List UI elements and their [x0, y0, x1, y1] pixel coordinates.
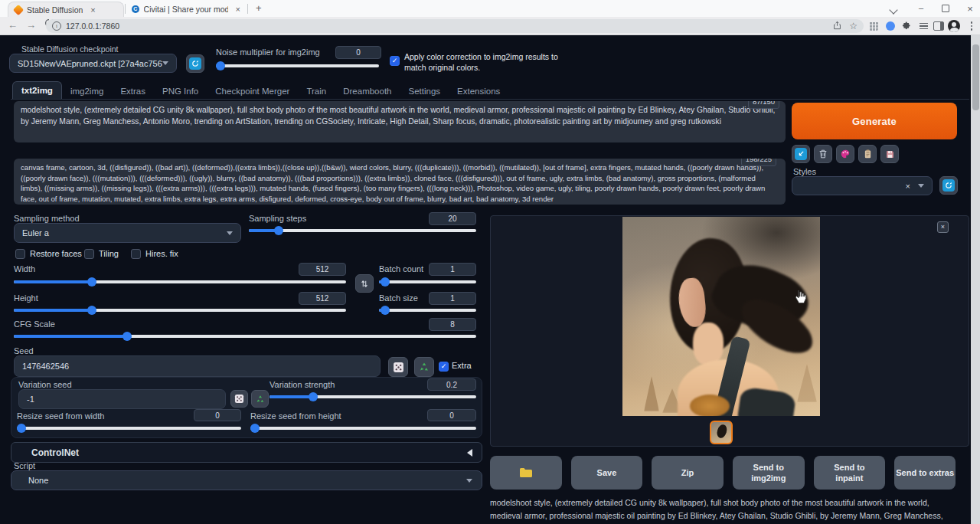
browser-tab-civitai[interactable]: C Civitai | Share your models × — [126, 2, 247, 17]
clear-styles-icon[interactable]: × — [906, 182, 910, 191]
resize-seed-width-value[interactable]: 0 — [194, 409, 241, 421]
resize-seed-height-slider[interactable] — [250, 424, 476, 433]
tab-png-info[interactable]: PNG Info — [154, 83, 207, 100]
extensions-puzzle-icon[interactable] — [900, 20, 913, 32]
cfg-scale-value[interactable]: 8 — [429, 318, 476, 331]
tab-extensions[interactable]: Extensions — [449, 83, 508, 100]
width-value[interactable]: 512 — [299, 263, 346, 276]
seed-input[interactable]: 1476462546 — [14, 355, 381, 377]
window-minimize-button[interactable]: – — [916, 3, 926, 12]
tab-divider — [247, 4, 248, 14]
send-to-inpaint-button[interactable]: Send to inpaint — [814, 456, 886, 490]
chevron-down-icon — [466, 479, 472, 483]
resize-seed-height-value[interactable]: 0 — [427, 409, 476, 421]
batch-size-slider[interactable] — [379, 306, 476, 315]
window-close-button[interactable]: × — [965, 3, 975, 15]
extra-networks-button[interactable] — [836, 145, 854, 163]
share-icon[interactable] — [833, 21, 841, 31]
url-text: 127.0.0.1:7860 — [66, 21, 119, 31]
controlnet-accordion[interactable]: ControlNet — [11, 442, 482, 463]
tab-close-icon[interactable]: × — [236, 5, 240, 14]
negative-prompt-textarea[interactable]: canvas frame, cartoon, 3d, ((disfigured)… — [14, 159, 786, 205]
variation-strength-value[interactable]: 0.2 — [427, 378, 476, 391]
window-maximize-button[interactable] — [940, 5, 951, 14]
gallery-thumbnail[interactable] — [710, 421, 733, 444]
send-to-img2img-button[interactable]: Send to img2img — [733, 456, 805, 490]
tab-dreambooth[interactable]: Dreambooth — [335, 83, 400, 100]
tiling-checkbox[interactable] — [84, 249, 94, 259]
height-slider[interactable] — [14, 306, 346, 315]
tab-train[interactable]: Train — [298, 83, 335, 100]
tab-txt2img[interactable]: txt2img — [12, 81, 62, 100]
screen: Stable Diffusion × C Civitai | Share you… — [0, 0, 980, 524]
batch-count-slider[interactable] — [379, 277, 476, 287]
zip-button[interactable]: Zip — [652, 456, 724, 490]
folder-icon — [519, 467, 533, 478]
tab-extras[interactable]: Extras — [112, 83, 154, 100]
new-tab-button[interactable]: + — [256, 2, 262, 14]
tab-img2img[interactable]: img2img — [62, 83, 112, 100]
browser-menu-dots-icon[interactable] — [965, 20, 978, 32]
variation-strength-slider[interactable] — [270, 392, 476, 401]
profile-avatar[interactable] — [948, 20, 960, 32]
sampling-method-dropdown[interactable]: Euler a — [14, 223, 241, 243]
batch-count-value[interactable]: 1 — [429, 263, 476, 276]
scrollbar-thumb[interactable] — [972, 44, 979, 110]
clear-prompt-button[interactable] — [814, 145, 832, 163]
checkpoint-refresh-button[interactable] — [186, 54, 204, 73]
extension-grid-icon[interactable] — [867, 20, 880, 32]
save-button[interactable]: Save — [571, 456, 643, 490]
noise-multiplier-value[interactable]: 0 — [335, 46, 381, 59]
recycle-icon — [419, 362, 430, 372]
variation-seed-input[interactable]: -1 — [18, 389, 226, 409]
generated-image[interactable] — [622, 217, 820, 416]
sampling-steps-slider[interactable] — [249, 226, 476, 235]
address-bar[interactable]: i 127.0.0.1:7860 ☆ — [46, 19, 864, 33]
prompt-textarea[interactable]: modelshoot style, (extremely detailed CG… — [14, 101, 786, 142]
tab-close-icon[interactable]: × — [90, 5, 95, 15]
extra-seed-checkbox[interactable]: ✓ — [439, 362, 449, 372]
open-folder-button[interactable] — [490, 456, 562, 490]
browser-forward-button[interactable]: → — [26, 19, 36, 31]
script-dropdown[interactable]: None — [11, 470, 482, 490]
sampling-steps-value[interactable]: 20 — [429, 212, 476, 225]
close-gallery-button[interactable]: × — [937, 221, 949, 233]
cfg-scale-slider[interactable] — [14, 332, 476, 341]
generate-button[interactable]: Generate — [792, 103, 957, 139]
apply-styles-button[interactable] — [858, 145, 877, 163]
color-correction-checkbox[interactable]: ✓ — [390, 56, 400, 66]
script-label: Script — [14, 461, 35, 470]
batch-size-value[interactable]: 1 — [429, 292, 476, 305]
styles-refresh-button[interactable] — [939, 176, 958, 195]
browser-tab-stable-diffusion[interactable]: Stable Diffusion × — [8, 2, 124, 17]
resize-seed-width-slider[interactable] — [17, 424, 241, 433]
side-panel-icon[interactable] — [933, 20, 945, 32]
height-value[interactable]: 512 — [299, 292, 346, 305]
styles-dropdown[interactable]: × — [792, 176, 933, 195]
reading-list-icon[interactable] — [917, 20, 929, 32]
reuse-seed-button[interactable] — [414, 357, 434, 377]
save-style-button[interactable] — [880, 145, 899, 163]
extension-blue-dot-icon[interactable] — [884, 20, 897, 32]
noise-multiplier-slider[interactable] — [216, 61, 379, 70]
restore-faces-checkbox[interactable] — [15, 249, 25, 259]
hires-fix-checkbox[interactable] — [131, 249, 141, 259]
checkpoint-label: Stable Diffusion checkpoint — [21, 44, 118, 54]
bookmark-star-icon[interactable]: ☆ — [849, 21, 858, 31]
swap-dimensions-button[interactable] — [355, 274, 374, 293]
width-slider[interactable] — [14, 277, 346, 287]
checkpoint-dropdown[interactable]: SD15NewVAEpruned.ckpt [27a4ac756c] — [9, 54, 177, 73]
random-seed-button[interactable] — [388, 357, 408, 377]
noise-multiplier-label: Noise multiplier for img2img — [216, 47, 320, 57]
basket-shape — [690, 395, 730, 416]
tab-divider-line — [11, 99, 969, 100]
tab-settings[interactable]: Settings — [400, 83, 449, 100]
window-menu-chevron-icon[interactable] — [888, 5, 899, 15]
tab-checkpoint-merger[interactable]: Checkpoint Merger — [207, 83, 298, 100]
variation-reuse-seed-button[interactable] — [251, 390, 269, 408]
variation-random-seed-button[interactable] — [230, 390, 248, 408]
paste-params-button[interactable] — [792, 145, 810, 163]
site-info-icon[interactable]: i — [52, 21, 61, 31]
send-to-extras-button[interactable]: Send to extras — [894, 456, 956, 490]
browser-back-button[interactable]: ← — [8, 19, 18, 31]
